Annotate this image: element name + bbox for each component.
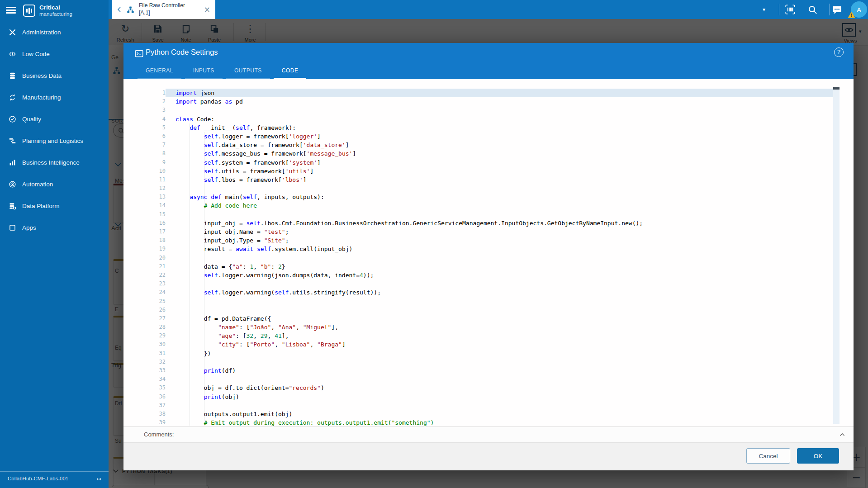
sidebar-item-low-code[interactable]: Low Code — [0, 43, 109, 65]
sidebar-item-manufacturing[interactable]: Manufacturing — [0, 86, 109, 108]
sidebar-item-apps[interactable]: Apps — [0, 217, 109, 238]
code-text — [166, 306, 840, 314]
code-line: 11 self.lbos = framework['lbos'] — [123, 175, 840, 184]
help-icon[interactable]: ? — [834, 47, 844, 57]
menu-icon[interactable] — [6, 7, 16, 14]
tab-inputs[interactable]: INPUTS — [185, 63, 223, 79]
line-number: 21 — [123, 262, 166, 271]
code-text: df = pd.DataFrame({ — [166, 314, 840, 323]
line-number: 38 — [123, 410, 166, 418]
sidebar-item-automation[interactable]: Automation — [0, 173, 109, 195]
code-text: import json — [166, 89, 840, 97]
line-number: 39 — [123, 418, 166, 426]
back-chevron-icon[interactable] — [116, 6, 123, 13]
user-avatar[interactable]: A — [851, 1, 867, 18]
line-number: 19 — [123, 245, 166, 253]
sidebar-item-planning-and-logistics[interactable]: Planning and Logistics — [0, 130, 109, 152]
sidebar-item-data-platform[interactable]: Data Platform — [0, 195, 109, 217]
comments-section[interactable]: Comments: — [123, 426, 854, 443]
code-line: 23 — [123, 280, 840, 288]
line-number: 28 — [123, 323, 166, 332]
editor-scrollbar[interactable] — [833, 79, 840, 426]
code-line: 35 obj = df.to_dict(orient="records") — [123, 384, 840, 392]
line-number: 2 — [123, 97, 166, 106]
barcode-scanner-icon[interactable] — [784, 0, 796, 19]
dialog-tabs: GENERALINPUTSOUTPUTSCODE — [138, 63, 306, 79]
code-editor[interactable]: 1import json2import pandas as pd34class … — [123, 79, 854, 426]
manufacturing-icon — [7, 92, 18, 103]
code-text: "name": ["João", "Ana", "Miguel"], — [166, 323, 840, 332]
ok-button[interactable]: OK — [797, 448, 839, 464]
line-number: 14 — [123, 201, 166, 210]
caret-down-icon[interactable]: ▾ — [763, 0, 765, 19]
line-number: 33 — [123, 366, 166, 375]
code-text: outputs.output1.emit(obj) — [166, 410, 840, 418]
code-line: 24 self.logger.warning(self.utils.string… — [123, 288, 840, 297]
sidebar-item-label: Low Code — [22, 51, 50, 57]
tab-file-raw-controller[interactable]: File Raw Controller [A.1] × — [112, 0, 215, 19]
line-number: 1 — [123, 89, 166, 97]
code-line: 38 outputs.output1.emit(obj) — [123, 410, 840, 418]
code-line: 25 — [123, 297, 840, 306]
logo-subtitle: manufacturing — [39, 11, 72, 17]
code-text: "city": ["Porto", "Lisboa", "Braga"] — [166, 340, 840, 349]
code-line: 36 print(obj) — [123, 393, 840, 401]
sidebar-item-label: Manufacturing — [22, 94, 61, 101]
topbar: File Raw Controller [A.1] × ▾ — [109, 0, 868, 19]
code-line: 2import pandas as pd — [123, 97, 840, 106]
dialog-footer: Cancel OK — [123, 442, 854, 470]
sidebar-item-administration[interactable]: Administration — [0, 21, 109, 43]
automation-icon — [7, 179, 18, 190]
sidebar-item-label: Planning and Logistics — [22, 137, 83, 144]
code-text: input_obj.Type = "Site"; — [166, 236, 840, 245]
code-line: 31 }) — [123, 349, 840, 358]
code-line: 32 — [123, 358, 840, 366]
code-line: 4class Code: — [123, 115, 840, 123]
tab-general[interactable]: GENERAL — [138, 63, 181, 79]
code-line: 21 data = {"a": 1, "b": 2} — [123, 262, 840, 271]
code-text — [166, 106, 840, 114]
cancel-button[interactable]: Cancel — [746, 448, 790, 464]
chevron-up-icon[interactable] — [838, 431, 846, 439]
line-number: 24 — [123, 288, 166, 297]
line-number: 29 — [123, 332, 166, 340]
app-window: Critical manufacturing AdministrationLow… — [0, 0, 868, 488]
tab-code[interactable]: CODE — [274, 63, 307, 79]
critical-manufacturing-logo: Critical manufacturing — [23, 5, 72, 17]
line-number: 25 — [123, 297, 166, 306]
code-text — [166, 254, 840, 262]
sidebar-item-label: Quality — [22, 116, 41, 123]
line-number: 13 — [123, 193, 166, 201]
bar-chart-icon — [7, 157, 18, 168]
tab-outputs[interactable]: OUTPUTS — [226, 63, 270, 79]
sidebar-item-business-intelligence[interactable]: Business Intelligence — [0, 152, 109, 173]
line-number: 20 — [123, 254, 166, 262]
code-text: obj = df.to_dict(orient="records") — [166, 384, 840, 392]
code-lines: 1import json2import pandas as pd34class … — [123, 89, 840, 426]
code-text: self.system = framework['system'] — [166, 158, 840, 167]
scrollbar-thumb[interactable] — [833, 88, 840, 424]
line-number: 16 — [123, 219, 166, 227]
line-number: 32 — [123, 358, 166, 366]
search-icon[interactable] — [807, 0, 818, 19]
line-number: 3 — [123, 106, 166, 114]
code-text: input_obj = self.lbos.Cmf.Foundation.Bus… — [166, 219, 840, 227]
code-line: 12 — [123, 184, 840, 193]
sidebar-item-quality[interactable]: Quality — [0, 108, 109, 130]
code-line: 29 "age": [32, 29, 41], — [123, 332, 840, 340]
tools-icon — [7, 27, 18, 38]
code-text: self.utils = framework['utils'] — [166, 167, 840, 175]
sidebar-item-business-data[interactable]: Business Data — [0, 65, 109, 86]
code-line: 16 input_obj = self.lbos.Cmf.Foundation.… — [123, 219, 840, 227]
code-text — [166, 297, 840, 306]
logo-icon — [23, 5, 35, 17]
sidebar-item-label: Automation — [22, 181, 53, 188]
line-number: 23 — [123, 280, 166, 288]
sidebar-item-label: Apps — [22, 224, 36, 231]
quality-icon — [7, 114, 18, 124]
code-text: print(obj) — [166, 393, 840, 401]
chat-icon[interactable] — [831, 0, 843, 19]
dialog-title: Python Code Settings — [146, 48, 218, 57]
close-tab-icon[interactable]: × — [204, 6, 210, 14]
line-number: 9 — [123, 158, 166, 167]
